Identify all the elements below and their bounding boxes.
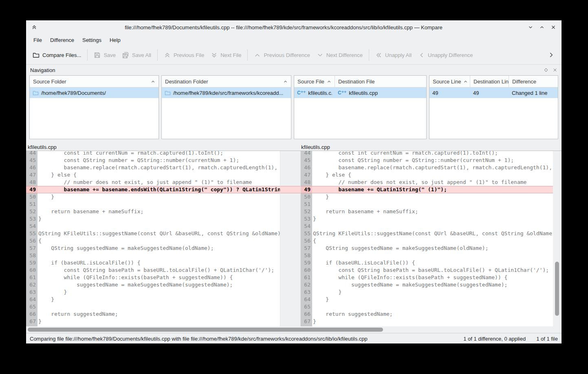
line-text: {: [37, 237, 280, 245]
previous-file-button: Previous File: [161, 49, 207, 61]
line-number: 44: [301, 151, 312, 157]
line-number: 60: [26, 267, 37, 274]
destination-code-line-49: 49 basename += QLatin1String(" (1)");: [301, 186, 553, 193]
vertical-scrollbar[interactable]: [553, 151, 562, 326]
files-row[interactable]: C⁺⁺kfileutils.c...C⁺⁺kfileutils.cpp: [294, 87, 426, 98]
line-number: 60: [301, 267, 312, 274]
line-number: 57: [301, 245, 312, 252]
navigation-panel-header: Navigation: [26, 65, 562, 75]
double-chevron-up-icon: [164, 52, 171, 59]
line-number: 45: [301, 157, 312, 164]
destination-code-line-50: 50 }: [301, 193, 553, 201]
shade-icon[interactable]: [31, 24, 40, 31]
line-text: if (baseURL.isLocalFile()) {: [37, 259, 280, 267]
cpp-file-icon: C⁺⁺: [338, 90, 346, 96]
minimize-icon[interactable]: [527, 24, 534, 31]
save-icon: [94, 52, 101, 59]
line-text: const QString number = QString::number(c…: [37, 157, 280, 164]
menu-help[interactable]: Help: [106, 36, 125, 44]
column-header-source-line[interactable]: Source Line: [429, 76, 470, 87]
line-number: 66: [26, 311, 37, 318]
source-code-line-44: 44 const int currentNum = rmatch.capture…: [26, 151, 280, 157]
source-folder-row[interactable]: /home/fhek789/Documents/: [30, 87, 159, 98]
line-text: [37, 201, 280, 208]
source-code-line-50: 50 }: [26, 193, 280, 201]
close-icon[interactable]: [553, 68, 557, 72]
destination-code-line-55: 55QString KFileUtils::suggestName(const …: [301, 230, 553, 237]
toolbar-button-label: Previous Difference: [264, 52, 310, 58]
previous-difference-button: Previous Difference: [251, 49, 313, 61]
desktop: file:///home/fhek789/Documents/kfileutil…: [0, 0, 588, 374]
source-code-line-63: 63 }: [26, 289, 280, 296]
column-label: Source Folder: [33, 79, 66, 85]
line-number: 48: [301, 179, 312, 186]
kompare-window: file:///home/fhek789/Documents/kfileutil…: [26, 20, 562, 343]
line-text: if (baseURL.isLocalFile()) {: [312, 259, 553, 267]
lines-row[interactable]: 4949Changed 1 line: [429, 87, 558, 98]
save-all-icon: [122, 52, 129, 59]
line-number: 65: [301, 303, 312, 311]
toolbar-overflow-icon[interactable]: [544, 51, 558, 59]
close-icon[interactable]: [550, 24, 557, 31]
line-text: const int currentNum = rmatch.captured(1…: [37, 151, 280, 157]
line-text: return suggestedName;: [37, 311, 280, 318]
horizontal-scrollbar-thumb[interactable]: [28, 328, 383, 332]
double-chevron-left-icon: [375, 52, 382, 59]
destination-folder-list-header: Destination Folder: [162, 76, 291, 87]
line-text: return basename + nameSuffix;: [312, 208, 553, 215]
column-header-destination-file[interactable]: Destination File: [335, 76, 426, 87]
destination-code-line-62: 62 suggestedName = makeSuggestedName(sug…: [301, 281, 553, 289]
toolbar-button-label: Save: [104, 52, 116, 58]
line-text: const QString number = QString::number(c…: [312, 157, 553, 164]
vertical-scrollbar-thumb[interactable]: [555, 262, 559, 316]
toolbar-button-label: Compare Files...: [42, 52, 81, 58]
line-text: const QString basePath = baseURL.toLocal…: [312, 267, 553, 274]
list-cell: /home/fhek789/kde/src/frameworks/kcoread…: [162, 90, 291, 96]
toolbar-separator: [247, 49, 248, 61]
line-text: return suggestedName;: [312, 311, 553, 318]
line-text: }: [312, 215, 553, 223]
column-header-source-file[interactable]: Source File: [294, 76, 335, 87]
line-text: while (QFileInfo::exists(basePath + sugg…: [312, 274, 553, 281]
compare-files-button[interactable]: Compare Files...: [29, 49, 84, 61]
line-text: }: [37, 215, 280, 223]
horizontal-scrollbar[interactable]: [26, 326, 562, 333]
chevron-up-icon: [254, 52, 261, 59]
column-header-destination-line[interactable]: Destination Line: [470, 76, 509, 87]
line-number: 53: [301, 215, 312, 223]
menu-difference[interactable]: Difference: [46, 36, 78, 44]
line-number: 63: [26, 289, 37, 296]
column-header-source-folder[interactable]: Source Folder: [30, 76, 159, 87]
line-text: suggestedName = makeSuggestedName(sugges…: [312, 281, 553, 289]
maximize-icon[interactable]: [539, 24, 545, 31]
menu-file[interactable]: File: [29, 36, 46, 44]
line-number: 67: [26, 318, 37, 325]
column-header-difference[interactable]: Difference: [509, 76, 558, 87]
destination-folder-row[interactable]: /home/fhek789/kde/src/frameworks/kcoread…: [162, 87, 291, 98]
list-cell: 49: [429, 90, 470, 96]
titlebar[interactable]: file:///home/fhek789/Documents/kfileutil…: [26, 20, 562, 34]
line-number: 62: [26, 281, 37, 289]
line-text: while (QFileInfo::exists(basePath + sugg…: [37, 274, 280, 281]
menu-settings[interactable]: Settings: [78, 36, 106, 44]
column-header-destination-folder[interactable]: Destination Folder: [162, 76, 291, 87]
destination-code-line-56: 56{: [301, 237, 553, 245]
destination-code-line-45: 45 const QString number = QString::numbe…: [301, 157, 553, 164]
line-number: 59: [301, 259, 312, 267]
line-text: QString KFileUtils::suggestName(const QU…: [37, 230, 280, 237]
status-message: Comparing file file:///home/fhek789/Docu…: [30, 336, 457, 342]
line-text: [37, 223, 280, 230]
float-icon[interactable]: [544, 68, 548, 72]
source-code-line-61: 61 while (QFileInfo::exists(basePath + s…: [26, 274, 280, 281]
line-text: suggestedName = makeSuggestedName(sugges…: [37, 281, 280, 289]
line-number: 55: [26, 230, 37, 237]
line-text: [312, 252, 553, 259]
line-number: 57: [26, 245, 37, 252]
source-code-pane[interactable]: 44 const int currentNum = rmatch.capture…: [26, 151, 280, 326]
next-difference-button: Next Difference: [313, 49, 366, 61]
cell-text: Changed 1 line: [512, 90, 547, 96]
toolbar: Compare Files...SaveSave AllPrevious Fil…: [26, 46, 562, 64]
lines-list-header: Source LineDestination LineDifference: [429, 76, 558, 87]
destination-code-pane[interactable]: 44 const int currentNum = rmatch.capture…: [301, 151, 553, 326]
diff-connector: [280, 151, 301, 326]
